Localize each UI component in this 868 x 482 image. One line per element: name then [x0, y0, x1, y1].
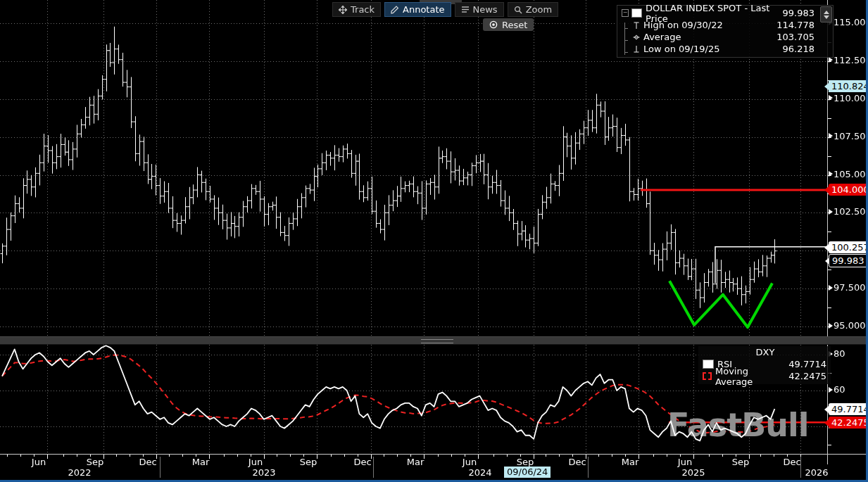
- axis-tick-arrow-icon: [829, 95, 833, 101]
- rsi-ma-value-tag[interactable]: 42.2475: [829, 417, 868, 429]
- pencil-icon: [391, 6, 399, 14]
- y-axis-minor-tick: [828, 156, 831, 157]
- year-separator-line: [160, 457, 161, 478]
- x-axis-minor-tick: [493, 455, 494, 457]
- x-axis-minor-tick: [507, 455, 508, 457]
- x-axis-minor-tick: [546, 455, 546, 457]
- y-axis-minor-tick: [828, 118, 831, 119]
- ma-value: 42.2475: [788, 371, 828, 381]
- annotate-button[interactable]: Annotate: [384, 2, 451, 17]
- y-axis-minor-tick: [828, 326, 831, 327]
- average-label: Average: [643, 32, 681, 42]
- x-axis-minor-tick: [63, 455, 64, 457]
- x-axis-minor-tick: [451, 455, 452, 457]
- track-crosshair-icon: [339, 6, 347, 14]
- ma-row[interactable]: Moving Average 42.2475: [703, 370, 828, 382]
- last-price-axis-tag: 99.983: [829, 254, 868, 267]
- year-separator-line: [588, 457, 589, 478]
- x-axis-year-label: 2026: [801, 467, 832, 478]
- y-axis-label-group: 102.500: [829, 206, 868, 217]
- x-axis-month-label: Sep: [296, 457, 320, 467]
- axis-tick-arrow-icon: [829, 323, 833, 329]
- legend-low-row[interactable]: Low on 09/19/25 96.218: [622, 43, 830, 55]
- x-axis-month-label: Jun: [458, 457, 482, 467]
- average-marker-icon: [633, 33, 640, 42]
- spinner-down-icon[interactable]: [824, 15, 829, 19]
- ma-label: Moving Average: [715, 366, 788, 387]
- x-axis-month-label: Jun: [27, 457, 51, 467]
- x-axis-minor-tick: [277, 455, 277, 457]
- y-axis-label-group: 107.500: [829, 131, 868, 141]
- x-axis-minor-tick: [20, 455, 21, 457]
- x-axis-minor-tick: [169, 455, 170, 457]
- axis-tick-arrow-icon: [829, 387, 833, 393]
- price-axis[interactable]: 115.000112.500110.000107.500105.000102.5…: [827, 0, 868, 464]
- legend-spinner[interactable]: [820, 6, 832, 23]
- reset-button-label: Reset: [502, 20, 527, 30]
- red-line-price-tag[interactable]: 104.000: [829, 184, 868, 196]
- x-axis-month-label: Dec: [136, 457, 160, 467]
- year-separator-line: [800, 457, 801, 478]
- low-value: 96.218: [783, 44, 831, 54]
- y-axis-minor-tick: [828, 269, 831, 270]
- legend-tree-line: [624, 23, 625, 55]
- high-marker-icon: [633, 21, 640, 30]
- y-axis-minor-tick: [828, 61, 831, 62]
- white-line-price-tag[interactable]: 100.257: [829, 241, 868, 253]
- chart-application: Track Annotate News Zoom Reset Fa: [0, 0, 868, 482]
- y-axis-minor-tick: [828, 213, 831, 213]
- y-axis-label: 105.000: [834, 169, 868, 179]
- x-axis-minor-tick: [559, 455, 560, 457]
- low-label: Low on 09/19/25: [643, 44, 719, 54]
- y-axis-label: 115.000: [834, 17, 868, 27]
- x-axis-minor-tick: [722, 455, 723, 457]
- y-axis-label-group: 60: [829, 384, 845, 395]
- legend-average-row[interactable]: Average 103.705: [622, 31, 830, 43]
- x-axis-month-label: Dec: [565, 457, 589, 467]
- y-axis-label-group: 95.000: [829, 320, 866, 331]
- x-axis-minor-tick: [667, 455, 667, 457]
- x-axis-minor-tick: [237, 455, 238, 457]
- x-axis-year-label: 2025: [678, 467, 709, 478]
- time-axis[interactable]: 09/06/24 JunSepDecMarJunSepDecMarJunSepD…: [0, 454, 868, 481]
- x-axis-minor-tick: [384, 455, 384, 457]
- x-axis-minor-tick: [438, 455, 439, 457]
- rsi-legend-title: DXY: [703, 347, 828, 358]
- legend-series-row[interactable]: − DOLLAR INDEX SPOT - Last Price 99.983: [622, 7, 830, 19]
- track-button[interactable]: Track: [332, 2, 381, 17]
- news-lines-icon: [461, 6, 470, 13]
- y-axis-label: 102.500: [834, 206, 868, 217]
- zoom-button[interactable]: Zoom: [508, 2, 558, 17]
- x-axis-year-label: 2023: [249, 467, 279, 478]
- x-axis-year-label: 2024: [465, 467, 496, 478]
- y-axis-label-group: 97.500: [829, 282, 866, 293]
- annotate-button-label: Annotate: [403, 4, 444, 15]
- series-color-swatch: [631, 8, 642, 18]
- y-axis-minor-tick: [828, 175, 831, 176]
- high-label: High on 09/30/22: [643, 20, 723, 30]
- chart-toolbar: Track Annotate News Zoom: [332, 2, 558, 17]
- x-axis-minor-tick: [344, 455, 345, 457]
- reset-button[interactable]: Reset: [483, 18, 534, 31]
- rsi-color-swatch: [703, 360, 714, 369]
- y-axis-label-group: 110.000: [829, 93, 868, 103]
- y-axis-label: 60: [834, 384, 845, 395]
- panel-divider[interactable]: [0, 336, 868, 345]
- average-value: 103.705: [776, 32, 830, 42]
- legend-collapse-icon[interactable]: −: [622, 9, 629, 17]
- news-button[interactable]: News: [455, 2, 504, 17]
- x-axis-month-label: Mar: [618, 457, 642, 467]
- rsi-value-tag: 49.7714: [829, 403, 868, 415]
- y-axis-label: 112.500: [834, 55, 868, 65]
- track-date-readout: 09/06/24: [504, 467, 551, 478]
- spinner-up-icon[interactable]: [824, 11, 829, 14]
- panel-divider-grip[interactable]: [421, 339, 453, 343]
- x-axis-minor-tick: [653, 455, 654, 457]
- y-axis-label: 97.500: [834, 282, 866, 293]
- y-axis-minor-tick: [828, 99, 831, 100]
- ma-color-swatch: [703, 372, 712, 380]
- x-axis-month-label: Sep: [513, 457, 537, 467]
- zoom-button-label: Zoom: [526, 4, 552, 15]
- x-axis-year-label: 2022: [64, 467, 95, 478]
- axis-tick-arrow-icon: [829, 285, 833, 291]
